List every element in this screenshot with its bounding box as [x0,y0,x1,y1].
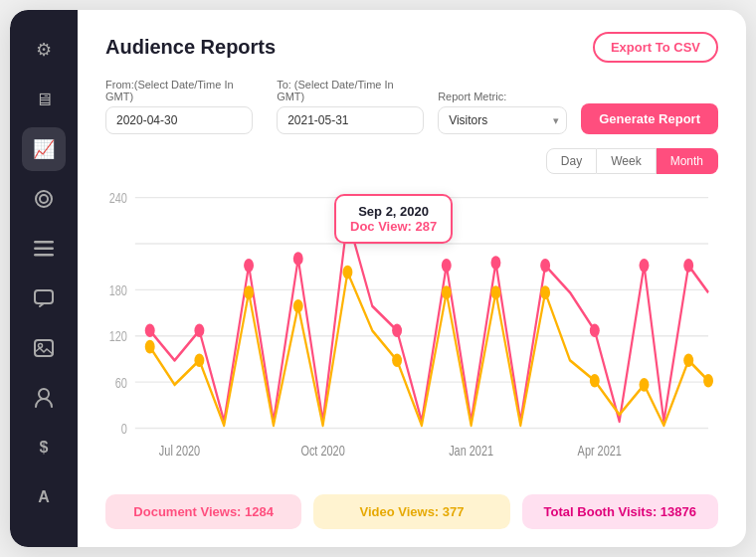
stat-booth-visits: Total Booth Visits: 13876 [522,494,718,529]
svg-point-37 [194,353,204,367]
stat-video-value: 377 [443,504,465,519]
svg-point-8 [39,389,49,399]
svg-point-27 [293,252,303,266]
svg-point-38 [244,285,254,299]
generate-report-button[interactable]: Generate Report [581,103,718,134]
metric-label: Report Metric: [438,91,567,102]
svg-point-25 [194,323,204,337]
stat-document-views: Document Views: 1284 [105,494,301,529]
sidebar-item-billing[interactable]: $ [22,426,66,469]
to-label: To: (Select Date/Time In GMT) [277,79,424,102]
stat-booth-value: 13876 [661,504,696,519]
time-toggle-row: Day Week Month [105,148,718,174]
from-date-input[interactable] [105,106,253,134]
stat-doc-label: Document Views: [133,504,245,519]
svg-point-35 [683,259,693,273]
main-content: Audience Reports Export To CSV From:(Sel… [78,10,746,547]
svg-point-33 [590,323,600,337]
svg-rect-4 [34,254,54,257]
sidebar-item-gallery[interactable] [22,326,66,370]
svg-point-46 [640,378,650,392]
svg-point-39 [293,299,303,313]
svg-point-26 [244,259,254,273]
svg-text:Jul 2020: Jul 2020 [159,442,200,459]
svg-point-7 [39,344,43,348]
sidebar-item-layers[interactable] [22,177,66,221]
svg-point-29 [392,323,402,337]
svg-point-0 [36,191,52,207]
sidebar-item-settings[interactable]: ⚙ [22,28,66,72]
svg-point-40 [342,266,352,279]
svg-text:Oct 2020: Oct 2020 [300,442,344,459]
svg-point-47 [683,353,693,367]
svg-rect-3 [34,248,54,251]
app-container: ⚙ 🖥 📈 $ A Audience Reports Export To CSV [10,10,746,547]
svg-point-45 [590,374,600,388]
metric-field-group: Report Metric: Visitors [438,91,567,134]
from-label: From:(Select Date/Time In GMT) [105,79,263,102]
svg-rect-5 [35,290,53,303]
svg-text:180: 180 [109,281,127,298]
stat-video-label: Video Views: [359,504,442,519]
to-field-group: To: (Select Date/Time In GMT) [277,79,424,134]
page-title: Audience Reports [105,36,276,59]
sidebar-item-user[interactable] [22,376,66,420]
export-csv-button[interactable]: Export To CSV [593,32,718,63]
svg-text:Jan 2021: Jan 2021 [449,442,493,459]
svg-rect-6 [35,340,53,356]
chart-svg: 240 180 120 60 0 Jul 2020 Oct 2020 Jan 2… [105,184,718,482]
svg-rect-2 [34,241,54,244]
sidebar: ⚙ 🖥 📈 $ A [10,10,78,547]
svg-point-1 [40,195,48,203]
svg-text:0: 0 [121,420,127,437]
svg-point-48 [703,374,713,388]
svg-point-43 [490,285,500,299]
svg-text:240: 240 [109,189,127,206]
svg-point-34 [640,259,650,273]
svg-point-31 [490,256,500,270]
toggle-month-button[interactable]: Month [657,148,718,174]
chart-area: Sep 2, 2020 Doc View: 287 240 180 120 60… [105,184,718,482]
svg-point-42 [442,285,452,299]
svg-point-30 [442,259,452,273]
stat-booth-label: Total Booth Visits: [544,504,661,519]
svg-point-24 [145,323,155,337]
stat-video-views: Video Views: 377 [313,494,509,529]
svg-point-41 [392,353,402,367]
sidebar-item-monitor[interactable]: 🖥 [22,78,66,121]
metric-select[interactable]: Visitors [438,106,567,134]
svg-point-36 [145,340,155,354]
svg-text:120: 120 [109,327,127,344]
header-row: Audience Reports Export To CSV [105,32,718,63]
controls-row: From:(Select Date/Time In GMT) To: (Sele… [105,79,718,134]
stat-doc-value: 1284 [245,504,274,519]
svg-point-50 [342,211,352,225]
sidebar-item-menu[interactable] [22,227,66,271]
toggle-day-button[interactable]: Day [546,148,597,174]
svg-point-32 [540,259,550,273]
toggle-week-button[interactable]: Week [597,148,656,174]
sidebar-item-text[interactable]: A [22,475,66,519]
metric-select-wrapper: Visitors [438,106,567,134]
from-field-group: From:(Select Date/Time In GMT) [105,79,263,134]
svg-point-44 [540,285,550,299]
to-date-input[interactable] [277,106,424,134]
sidebar-item-messages[interactable] [22,277,66,320]
svg-text:Apr 2021: Apr 2021 [578,442,622,459]
sidebar-item-chart[interactable]: 📈 [22,127,66,171]
svg-text:60: 60 [115,374,127,391]
stats-row: Document Views: 1284 Video Views: 377 To… [105,494,718,529]
